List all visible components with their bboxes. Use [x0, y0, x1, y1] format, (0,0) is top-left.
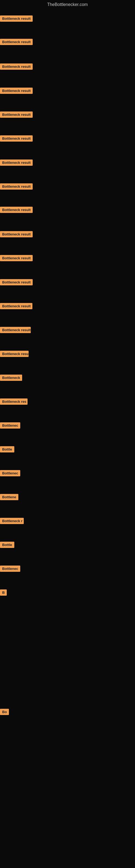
bottleneck-item: Bottleneck result	[0, 63, 33, 71]
bottleneck-badge[interactable]: Bottleneck result	[0, 16, 33, 22]
bottleneck-badge[interactable]: Bottleneck result	[0, 327, 31, 333]
bottleneck-badge[interactable]: Bottleneck result	[0, 159, 33, 166]
bottleneck-item: Bo	[0, 709, 9, 716]
bottleneck-item: Bottlenec	[0, 565, 20, 573]
bottleneck-item: Bottleneck result	[0, 183, 33, 191]
bottleneck-badge[interactable]: Bottleneck result	[0, 279, 33, 285]
page-title: TheBottlenecker.com	[0, 0, 135, 9]
bottleneck-badge[interactable]: Bottleneck result	[0, 255, 33, 261]
bottleneck-item: Bottleneck result	[0, 279, 33, 286]
bottleneck-badge[interactable]: Bottleneck result	[0, 207, 33, 213]
bottleneck-item: Bottle	[0, 542, 14, 549]
bottleneck-item: Bottleneck result	[0, 327, 31, 334]
bottleneck-badge[interactable]: Bottle	[0, 542, 14, 548]
bottleneck-badge[interactable]: Bottleneck result	[0, 303, 32, 309]
bottleneck-item: Bottle	[0, 446, 14, 454]
bottleneck-item: B	[0, 589, 7, 597]
bottleneck-item: Bottlenec	[0, 470, 20, 477]
bottleneck-item: Bottleneck result	[0, 255, 33, 262]
bottleneck-badge[interactable]: Bottlene	[0, 494, 18, 500]
bottleneck-badge[interactable]: Bottleneck res	[0, 399, 28, 405]
bottleneck-item: Bottleneck result	[0, 231, 33, 239]
bottleneck-badge[interactable]: Bottleneck	[0, 375, 22, 381]
bottleneck-badge[interactable]: Bottlenec	[0, 470, 20, 476]
bottleneck-item: Bottleneck result	[0, 303, 32, 310]
bottleneck-item: Bottleneck res	[0, 399, 28, 406]
bottleneck-badge[interactable]: Bo	[0, 709, 9, 715]
bottleneck-item: Bottleneck result	[0, 88, 33, 95]
bottleneck-badge[interactable]: Bottleneck result	[0, 63, 33, 70]
bottleneck-badge[interactable]: Bottleneck result	[0, 231, 33, 237]
bottleneck-item: Bottleneck result	[0, 207, 33, 214]
bottleneck-item: Bottleneck resu	[0, 351, 29, 358]
bottleneck-item: Bottleneck result	[0, 39, 33, 46]
bottleneck-item: Bottleneck	[0, 375, 22, 382]
bottleneck-badge[interactable]: Bottleneck result	[0, 135, 33, 142]
bottleneck-item: Bottleneck result	[0, 135, 33, 143]
bottleneck-badge[interactable]: Bottleneck result	[0, 39, 33, 45]
bottleneck-badge[interactable]: Bottleneck result	[0, 183, 33, 190]
bottleneck-badge[interactable]: Bottleneck r	[0, 518, 24, 524]
bottleneck-item: Bottleneck r	[0, 518, 24, 525]
bottleneck-badge[interactable]: B	[0, 589, 7, 596]
bottleneck-badge[interactable]: Bottleneck result	[0, 112, 33, 118]
bottleneck-item: Bottlene	[0, 494, 18, 501]
bottleneck-badge[interactable]: Bottlenec	[0, 565, 20, 572]
bottleneck-item: Bottlenec	[0, 422, 20, 430]
bottleneck-badge[interactable]: Bottleneck result	[0, 88, 33, 94]
bottleneck-item: Bottleneck result	[0, 159, 33, 167]
bottleneck-badge[interactable]: Bottle	[0, 446, 14, 453]
bottleneck-item: Bottleneck result	[0, 16, 33, 23]
bottleneck-badge[interactable]: Bottlenec	[0, 422, 20, 429]
bottleneck-badge[interactable]: Bottleneck resu	[0, 351, 29, 357]
bottleneck-item: Bottleneck result	[0, 112, 33, 119]
